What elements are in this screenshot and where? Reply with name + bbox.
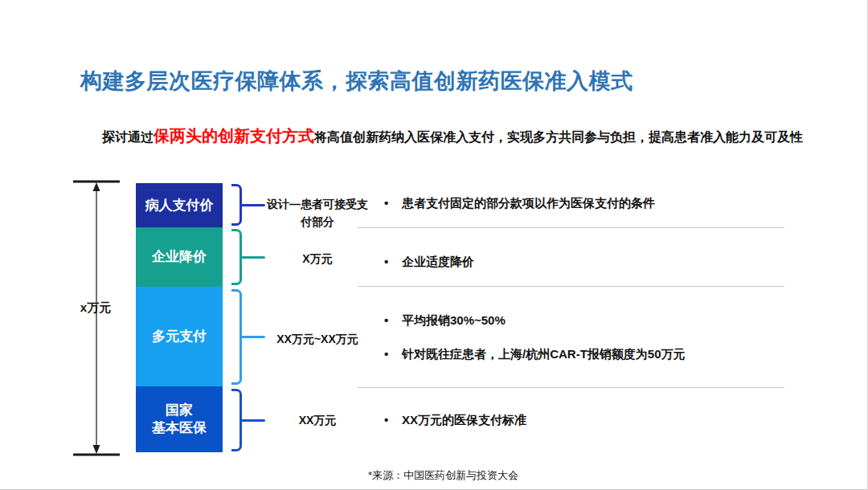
double-arrow-icon <box>71 180 122 456</box>
bar-segment-multi-payment: 多元支付 <box>136 287 223 386</box>
slide: 构建多层次医疗保障体系，探索高值创新药医保准入模式 探讨通过 保两头的创新支付方… <box>0 0 868 490</box>
subtitle-suffix: 将高值创新药纳入医保准入支付，实现多方共同参与负担，提高患者准入能力及可及性 <box>314 129 803 146</box>
bullet-icon: • <box>384 254 402 270</box>
subtitle: 探讨通过 保两头的创新支付方式 将高值创新药纳入医保准入支付，实现多方共同参与负… <box>102 125 858 147</box>
bullet-item: • XX万元的医保支付标准 <box>384 412 818 428</box>
subtitle-highlight: 保两头的创新支付方式 <box>154 125 314 147</box>
total-range-label: x万元 <box>69 300 122 316</box>
bracket-label-patient-pay: 设计—患者可接受支付部分 <box>267 195 368 231</box>
bracket-company-discount <box>231 229 242 285</box>
bullet-item: • 企业适度降价 <box>384 254 818 270</box>
bar-segment-national-insurance: 国家 基本医保 <box>136 386 223 452</box>
row-divider <box>358 286 784 287</box>
row-divider <box>358 227 784 228</box>
page-title: 构建多层次医疗保障体系，探索高值创新药医保准入模式 <box>80 67 820 95</box>
bullet-text: 患者支付固定的部分款项以作为医保支付的条件 <box>402 195 818 211</box>
note-row: • 企业适度降价 <box>384 254 818 270</box>
segment-label: 企业降价 <box>152 248 207 266</box>
bullet-text: XX万元的医保支付标准 <box>402 412 818 428</box>
bullet-text: 针对既往症患者，上海/杭州CAR-T报销额度为50万元 <box>402 346 818 362</box>
bar-segment-patient-pay: 病人支付价 <box>136 183 223 227</box>
bullet-item: • 患者支付固定的部分款项以作为医保支付的条件 <box>384 195 818 211</box>
subtitle-prefix: 探讨通过 <box>102 129 154 146</box>
segment-label: 多元支付 <box>152 328 207 345</box>
segment-label: 病人支付价 <box>145 197 214 214</box>
bracket-label-multi-payment: XX万元~XX万元 <box>267 330 368 348</box>
bracket-patient-pay <box>231 184 242 226</box>
bracket-label-national-insurance: XX万元 <box>267 411 368 429</box>
note-row: • XX万元的医保支付标准 <box>384 412 818 428</box>
segment-label: 国家 基本医保 <box>152 402 207 437</box>
bullet-icon: • <box>384 195 402 211</box>
source-note: *来源：中国医药创新与投资大会 <box>368 468 518 483</box>
note-row: • 患者支付固定的部分款项以作为医保支付的条件 <box>384 195 818 211</box>
bullet-item: • 针对既往症患者，上海/杭州CAR-T报销额度为50万元 <box>384 346 818 362</box>
bracket-label-company-discount: X万元 <box>267 250 368 267</box>
bullet-icon: • <box>384 312 402 329</box>
bracket-multi-payment <box>231 289 242 385</box>
bullet-text: 企业适度降价 <box>402 254 818 270</box>
note-row: • 平均报销30%~50% • 针对既往症患者，上海/杭州CAR-T报销额度为5… <box>384 312 818 362</box>
bar-segment-company-discount: 企业降价 <box>136 227 223 287</box>
bullet-item: • 平均报销30%~50% <box>384 312 818 329</box>
stacked-price-bar: 病人支付价 企业降价 多元支付 国家 基本医保 <box>136 183 223 452</box>
row-divider <box>358 387 784 388</box>
bullet-icon: • <box>384 412 402 428</box>
bullet-icon: • <box>384 346 402 362</box>
bracket-national-insurance <box>231 389 242 451</box>
bullet-text: 平均报销30%~50% <box>402 312 818 329</box>
